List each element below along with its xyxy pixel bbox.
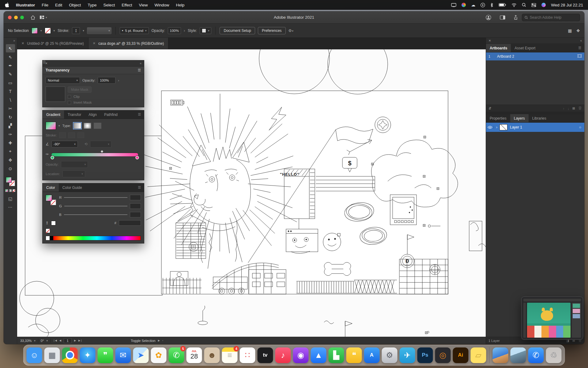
dock-trash[interactable]: ♲ — [546, 347, 562, 363]
control-center-icon[interactable] — [531, 3, 536, 7]
play-status-icon[interactable] — [481, 3, 485, 7]
toolbar-more-button[interactable]: ⋯ — [6, 203, 15, 211]
bluetooth-icon[interactable] — [490, 3, 493, 7]
curvature-tool[interactable]: ✎ — [6, 70, 15, 78]
hand-tool[interactable]: ✥ — [6, 156, 15, 164]
layer-thumbnail[interactable] — [499, 124, 507, 130]
tab-color-guide[interactable]: Color Guide — [59, 183, 86, 192]
battery-icon[interactable] — [499, 3, 506, 7]
menu-object[interactable]: Object — [69, 3, 81, 7]
dock-photoshop[interactable]: Ps — [417, 347, 433, 363]
blend-mode-dropdown[interactable]: Normal▾ — [46, 77, 80, 84]
opacity-chevron[interactable]: › — [118, 79, 119, 82]
gradient-slider[interactable] — [51, 150, 138, 158]
aspect-ratio-dropdown[interactable]: ▾ — [90, 141, 111, 148]
dock-blender[interactable]: ◎ — [435, 347, 451, 363]
status-display[interactable]: Toggle Selection — [131, 339, 156, 343]
panel-menu-icon[interactable]: ☰ — [135, 110, 144, 119]
pen-tool[interactable]: ✒ — [6, 61, 15, 70]
layer-visibility-eye-icon[interactable] — [486, 126, 494, 129]
zoom-level[interactable]: 33,33% — [20, 339, 32, 343]
status-next-icon[interactable]: ▶ — [158, 339, 160, 342]
preferences-button[interactable]: Preferences — [258, 27, 286, 34]
dock-photos[interactable]: ✿ — [151, 347, 167, 363]
dock-settings[interactable]: ⚙ — [382, 347, 398, 363]
channel-r-value[interactable] — [130, 195, 141, 200]
gradient-fill-swatch[interactable] — [46, 122, 56, 130]
new-artboard-icon[interactable]: ⊞ — [572, 106, 575, 110]
artboard-tool[interactable]: ⌖ — [6, 147, 15, 155]
artboard-name[interactable]: Artboard 2 — [497, 54, 514, 59]
opacity-expand-chevron[interactable]: › — [184, 29, 185, 33]
stroke-weight-caret[interactable]: ▾ — [83, 29, 84, 32]
scissors-tool[interactable]: ✂ — [6, 104, 15, 113]
opacity-dropdown[interactable]: 100% — [168, 27, 181, 34]
layer-target-circle[interactable]: ○ — [579, 125, 581, 129]
none-button[interactable] — [13, 189, 15, 192]
siri-icon[interactable] — [541, 3, 546, 7]
close-panel-icon[interactable]: ✕ — [488, 39, 491, 42]
dock-music[interactable]: ♪ — [275, 347, 291, 363]
zoom-tool[interactable]: ⊙ — [6, 164, 15, 173]
gradient-tool[interactable]: ▞ — [6, 121, 15, 130]
layer-name[interactable]: Layer 1 — [510, 125, 522, 129]
menu-type[interactable]: Type — [88, 3, 96, 7]
rotate-tool[interactable]: ↻ — [6, 113, 15, 121]
stroke-color-swatch[interactable] — [45, 28, 51, 34]
zoom-caret[interactable]: ▾ — [34, 339, 36, 342]
selection-tool[interactable]: ↖ — [6, 44, 15, 52]
channel-g-slider[interactable] — [64, 206, 127, 206]
stop-opacity-dropdown[interactable]: ▾ — [61, 161, 88, 168]
prev-artboard-button[interactable]: ◀ — [59, 339, 61, 342]
dock-safari[interactable]: ✦ — [80, 347, 96, 363]
gradient-button[interactable] — [9, 189, 12, 192]
dock-facetime-video[interactable]: ✆ — [528, 347, 544, 363]
first-artboard-button[interactable]: ❘◀ — [53, 339, 57, 342]
tab-pathfinder[interactable]: Pathfind — [100, 110, 121, 119]
radial-gradient-button[interactable] — [84, 123, 91, 129]
weather-cloud-icon[interactable]: ☁ — [471, 2, 475, 7]
close-window-button[interactable] — [8, 16, 12, 19]
dock-charts[interactable]: ▙ — [329, 347, 344, 363]
tab-layers[interactable]: Layers — [510, 114, 529, 122]
none-color-swatch[interactable] — [46, 228, 50, 233]
panel-menu-icon[interactable]: ☰ — [575, 44, 584, 52]
tab-align[interactable]: Align — [85, 110, 100, 119]
dock-apple-tv[interactable]: tv — [258, 347, 273, 363]
color-spectrum-bar[interactable] — [46, 236, 141, 240]
dock-chrome[interactable] — [62, 347, 78, 363]
dock-launchpad[interactable]: ▦ — [44, 347, 60, 363]
hex-value-field[interactable] — [119, 220, 141, 226]
layer-row[interactable]: › Layer 1 ○ — [486, 123, 584, 132]
spotlight-search-icon[interactable] — [522, 3, 526, 7]
menu-file[interactable]: File — [42, 3, 48, 7]
tab-properties[interactable]: Properties — [486, 114, 510, 122]
object-thumbnail[interactable] — [46, 86, 65, 102]
dock-telegram[interactable]: ✈ — [400, 347, 415, 363]
document-setup-button[interactable]: Document Setup — [220, 27, 255, 34]
fill-color-swatch[interactable] — [32, 28, 38, 34]
gradient-swatch-caret[interactable]: ▾ — [58, 124, 60, 127]
rotation-caret[interactable]: ▾ — [46, 339, 48, 342]
dock-keynote[interactable]: ▲ — [311, 347, 326, 363]
direct-selection-tool[interactable]: ⇖ — [6, 53, 15, 61]
last-artboard-button[interactable]: ▶❘ — [78, 339, 82, 342]
tab-gradient[interactable]: Gradient — [43, 110, 64, 119]
rotation-value[interactable]: 0° — [41, 339, 44, 343]
dock-illustrator[interactable]: Ai — [453, 347, 469, 363]
arrange-documents-icon[interactable]: ▦ — [568, 28, 572, 33]
stroke-within-button[interactable] — [59, 132, 66, 138]
menu-window[interactable]: Window — [154, 3, 169, 7]
transparency-opacity-dropdown[interactable]: 100% — [98, 77, 115, 84]
dock-messages[interactable]: ❞ — [98, 347, 113, 363]
meeting-status-icon[interactable] — [462, 3, 466, 7]
gradient-eyedropper-icon[interactable]: ✑ — [46, 152, 49, 156]
gradient-angle-dropdown[interactable]: -90°▾ — [51, 141, 78, 148]
move-down-icon[interactable]: ↓ — [567, 107, 569, 110]
rectangle-tool[interactable]: ▭ — [6, 79, 15, 87]
channel-g-value[interactable] — [130, 203, 141, 209]
help-search-input[interactable] — [530, 15, 577, 20]
tools-expand-icon[interactable]: » — [11, 38, 17, 44]
panel-menu-icon[interactable]: ☰ — [138, 68, 141, 72]
fill-stroke-indicator[interactable] — [6, 177, 15, 186]
